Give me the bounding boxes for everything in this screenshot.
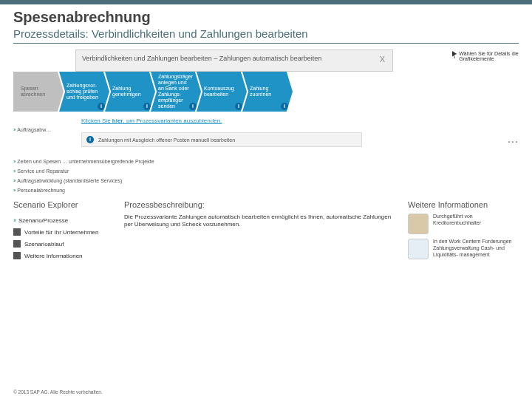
list-item[interactable]: ››Personalabrechnung <box>13 187 154 194</box>
nav-flow[interactable]: Szenarioablauf <box>13 240 117 248</box>
desc-text: Die Prozessvariante Zahlungen automatisc… <box>124 214 400 229</box>
info-icon[interactable]: i <box>235 103 242 110</box>
explorer-nav: ››Szenario/Prozesse Vorteile für Ihr Unt… <box>13 216 117 259</box>
chevron-icon: ›› <box>13 187 14 194</box>
scenario-explorer: Scenario Explorer ››Szenario/Prozesse Vo… <box>13 200 117 264</box>
step-assign[interactable]: Zahlung zuordneni <box>242 72 293 112</box>
list-item[interactable]: ››Auftragsabw… <box>13 126 154 133</box>
doc-icon <box>13 252 21 259</box>
page-title: Spesenabrechnung <box>13 9 519 26</box>
doc-icon <box>13 240 21 248</box>
divider <box>13 43 519 44</box>
process-canvas: Wählen Sie für Details die Grafikelement… <box>13 50 519 197</box>
info-icon[interactable]: i <box>98 103 105 110</box>
lower-panel: Scenario Explorer ››Szenario/Prozesse Vo… <box>13 200 519 264</box>
nav-scenario[interactable]: ››Szenario/Prozesse <box>13 216 117 224</box>
step-expenses[interactable]: Spesen abrechnen <box>13 72 64 112</box>
info-icon[interactable]: i <box>189 103 197 110</box>
info-title: Weitere Informationen <box>408 200 519 209</box>
chevron-icon: ›› <box>13 158 14 165</box>
chevron-icon: ›› <box>13 216 15 224</box>
doc-icon <box>13 228 21 236</box>
explorer-title: Scenario Explorer <box>13 200 117 209</box>
desc-title: Prozessbeschreibung: <box>124 200 400 209</box>
chevron-icon: ›› <box>13 177 14 184</box>
step-proposal[interactable]: Zahlungsvor- schlag prüfen und freigeben… <box>59 72 109 112</box>
screenshot-thumb <box>408 239 429 259</box>
cursor-icon <box>452 51 457 58</box>
page-header: Spesenabrechnung Prozessdetails: Verbind… <box>0 4 532 41</box>
callout-title: Verbindlichkeiten und Zahlungen bearbeit… <box>82 55 378 63</box>
step-statement[interactable]: Kontoauszug bearbeiteni <box>197 72 247 112</box>
nav-more[interactable]: Weitere Informationen <box>13 252 117 259</box>
workcenter-block[interactable]: In den Work Centern Forderungen Zahlungs… <box>408 239 519 259</box>
step-strip: Spesen abrechnen Zahlungsvor- schlag prü… <box>13 72 288 112</box>
process-description: Prozessbeschreibung: Die Prozessvariante… <box>124 200 400 264</box>
more-icon[interactable]: … <box>507 132 520 146</box>
list-item[interactable]: ››Service und Reparatur <box>13 168 154 174</box>
list-item[interactable]: ››Auftragsabwicklung (standardisierte Se… <box>13 177 154 184</box>
step-send[interactable]: Zahlungsträger anlegen und an Bank oder … <box>151 72 201 112</box>
related-processes: ››Auftragsabw… ››Zeiten und Spesen … unt… <box>13 123 154 197</box>
nav-benefits[interactable]: Vorteile für Ihr Unternehmen <box>13 228 117 236</box>
chevron-icon: ›› <box>13 126 14 133</box>
avatar <box>408 214 429 234</box>
chevron-icon: ›› <box>13 168 14 174</box>
list-item[interactable]: ››Zeiten und Spesen … unternehmensübergr… <box>13 158 154 165</box>
page-subtitle: Prozessdetails: Verbindlichkeiten und Za… <box>13 27 519 40</box>
hover-hint: Wählen Sie für Details die Grafikelement… <box>452 51 519 61</box>
process-callout: Verbindlichkeiten und Zahlungen bearbeit… <box>75 50 393 72</box>
further-info: Weitere Informationen Durchgeführt von K… <box>408 200 519 264</box>
info-icon[interactable]: i <box>143 103 151 110</box>
copyright: © 2013 SAP AG. Alle Rechte vorbehalten. <box>13 389 103 395</box>
role-block[interactable]: Durchgeführt von Kreditorenbuchhalter <box>408 214 519 234</box>
step-approve[interactable]: Zahlung genehmigeni <box>105 72 155 112</box>
info-icon[interactable]: i <box>281 103 288 110</box>
close-icon[interactable]: X <box>378 55 386 64</box>
